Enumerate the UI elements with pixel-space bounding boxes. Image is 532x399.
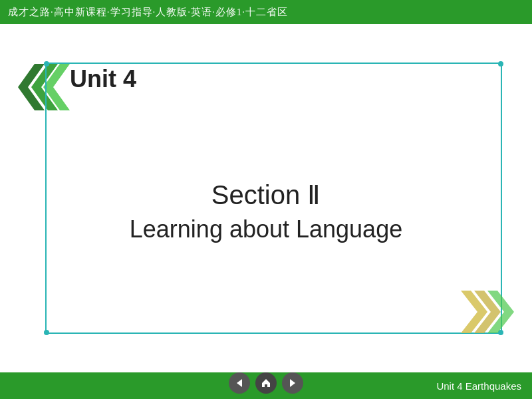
svg-marker-8	[290, 379, 295, 387]
svg-marker-7	[262, 379, 270, 387]
center-text-block: Section Ⅱ Learning about Language	[130, 180, 402, 243]
corner-dot-tl	[44, 61, 49, 66]
home-icon	[261, 378, 271, 388]
right-chevrons-decoration	[458, 289, 517, 338]
header-title: 成才之路·高中新课程·学习指导·人教版·英语·必修1·十二省区	[8, 6, 288, 19]
section-subtitle: Learning about Language	[130, 215, 402, 243]
nav-buttons-group	[229, 372, 303, 394]
corner-dot-bl	[44, 330, 49, 335]
footer-unit-label: Unit 4 Earthquakes	[436, 380, 521, 392]
section-title: Section Ⅱ	[130, 180, 402, 210]
svg-marker-6	[237, 379, 242, 387]
unit-label: Unit 4	[70, 65, 136, 93]
corner-dot-tr	[498, 61, 503, 66]
arrow-right-icon	[287, 378, 298, 388]
nav-next-button[interactable]	[282, 372, 303, 394]
main-content: Unit 4 Section Ⅱ Learning about Language	[0, 24, 532, 372]
footer-bar: Unit 4 Earthquakes	[0, 372, 532, 399]
nav-home-button[interactable]	[255, 372, 277, 394]
nav-prev-button[interactable]	[229, 372, 250, 394]
arrow-left-icon	[234, 378, 245, 388]
header-bar: 成才之路·高中新课程·学习指导·人教版·英语·必修1·十二省区	[0, 0, 532, 24]
